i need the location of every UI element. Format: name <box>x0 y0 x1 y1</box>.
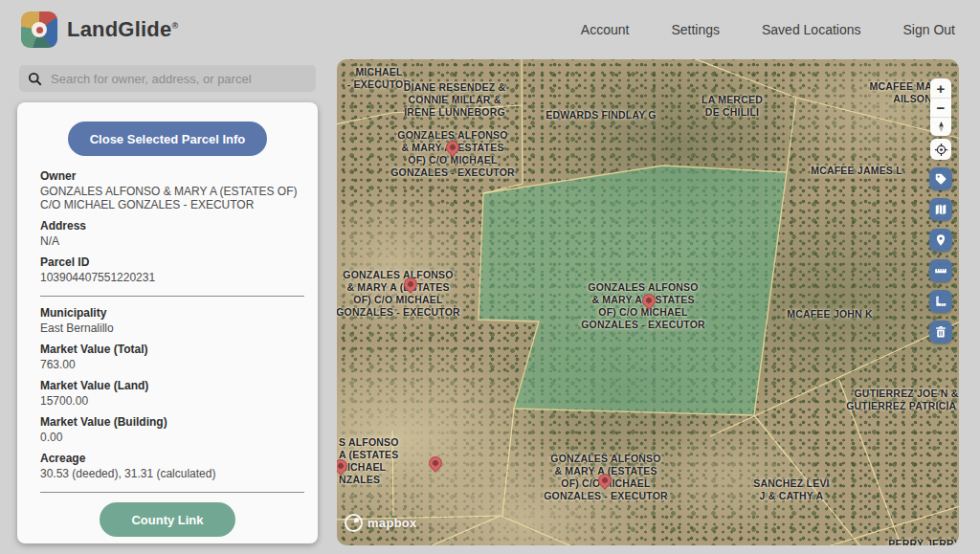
nav-settings[interactable]: Settings <box>671 22 720 37</box>
mapbox-logo-icon <box>345 514 363 532</box>
angle-ruler-icon <box>934 295 947 308</box>
nav-saved-locations[interactable]: Saved Locations <box>762 22 861 37</box>
compass-icon <box>935 121 947 133</box>
zoom-out-button[interactable]: − <box>930 98 951 117</box>
map-controls: + − <box>929 78 952 343</box>
brand: LandGlide® <box>21 11 178 48</box>
parcel-info-panel: Close Selected Parcel Info Owner GONZALE… <box>17 102 318 543</box>
search-bar <box>19 65 316 92</box>
divider <box>40 492 304 493</box>
parcel-boundary-line <box>825 501 959 545</box>
brand-title: LandGlide® <box>67 17 178 42</box>
parcel-boundary-line <box>691 59 796 98</box>
field-market-value-total: Market Value (Total) 763.00 <box>40 343 304 371</box>
field-parcel-id: Parcel ID 103904407551220231 <box>40 255 304 284</box>
map-canvas[interactable]: MICHAEL- EXECUTORDIANE RESENDEZ &CONNIE … <box>337 59 959 545</box>
search-input[interactable] <box>49 71 307 87</box>
county-link-button[interactable]: County Link <box>100 502 235 537</box>
divider <box>40 296 304 297</box>
field-address: Address N/A <box>40 219 304 248</box>
locate-icon <box>934 143 948 157</box>
mapbox-wordmark: mapbox <box>368 516 417 530</box>
zoom-in-button[interactable]: + <box>930 78 951 98</box>
mapbox-attribution[interactable]: mapbox <box>345 514 417 532</box>
ruler-tool-button[interactable] <box>929 259 952 282</box>
angle-ruler-tool-button[interactable] <box>929 290 952 313</box>
parcel-boundary-line <box>501 516 574 545</box>
compass-button[interactable] <box>930 117 951 136</box>
parcel-boundary-line <box>787 98 796 172</box>
parcel-boundary-line <box>483 59 523 193</box>
parcel-fields: Owner GONZALES ALFONSO & MARY A (ESTATES… <box>17 156 318 493</box>
field-market-value-land: Market Value (Land) 15700.00 <box>40 379 304 408</box>
trash-icon <box>934 325 947 339</box>
field-acreage: Acreage 30.53 (deeded), 31.31 (calculate… <box>40 452 304 480</box>
marker-tool-button[interactable] <box>929 229 952 252</box>
nav-account[interactable]: Account <box>581 22 630 37</box>
parcel-boundary-line <box>392 431 393 516</box>
map-icon <box>934 203 947 216</box>
marker-icon <box>934 233 947 247</box>
parcel-boundary-line <box>502 409 514 516</box>
field-municipality: Municipality East Bernalillo <box>40 306 304 335</box>
zoom-control-group: + − <box>930 78 951 136</box>
parcel-boundary-line <box>337 105 523 124</box>
app-header: LandGlide® Account Settings Saved Locati… <box>0 0 980 59</box>
field-market-value-building: Market Value (Building) 0.00 <box>40 415 304 444</box>
close-parcel-info-button[interactable]: Close Selected Parcel Info <box>68 122 267 156</box>
parcel-boundary-line <box>754 415 861 545</box>
locate-me-button[interactable] <box>930 139 951 160</box>
parcel-boundary-line <box>428 516 501 545</box>
map-tool-button[interactable] <box>929 198 952 221</box>
trash-tool-button[interactable] <box>929 321 952 343</box>
ruler-icon <box>934 264 947 277</box>
main-nav: Account Settings Saved Locations Sign Ou… <box>581 22 955 37</box>
landglide-logo-icon <box>21 11 57 48</box>
tag-tool-button[interactable] <box>929 167 952 190</box>
field-owner: Owner GONZALES ALFONSO & MARY A (ESTATES… <box>40 169 304 211</box>
registered-mark: ® <box>171 21 178 31</box>
nav-sign-out[interactable]: Sign Out <box>903 22 955 37</box>
left-column: Close Selected Parcel Info Owner GONZALE… <box>0 59 337 554</box>
tag-icon <box>934 172 947 186</box>
selected-parcel-polygon[interactable] <box>479 166 787 415</box>
search-icon <box>28 72 42 86</box>
parcel-boundary-line <box>839 380 902 545</box>
